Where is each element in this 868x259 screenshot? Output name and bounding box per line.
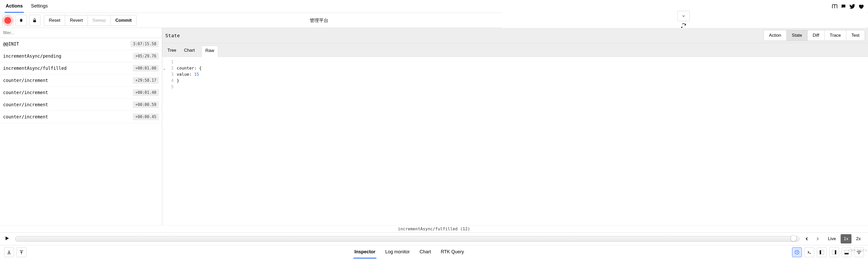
detail-subtabs: TreeChartRaw: [162, 43, 868, 57]
action-name: counter/increment: [3, 102, 48, 107]
detail-heading: State: [165, 33, 180, 40]
subtab-chart[interactable]: Chart: [183, 46, 196, 57]
upload-button[interactable]: [17, 248, 26, 257]
svg-rect-6: [844, 253, 848, 254]
svg-rect-4: [835, 250, 836, 254]
segment-state[interactable]: State: [786, 30, 807, 40]
tab-settings[interactable]: Settings: [30, 0, 49, 13]
docs-icon[interactable]: [830, 2, 839, 11]
detail-segments: ActionStateDiffTraceTest: [764, 30, 865, 41]
speed-2x[interactable]: 2x: [853, 234, 864, 243]
action-time: +00:01.00: [133, 65, 159, 71]
record-button[interactable]: [2, 15, 13, 26]
state-raw-view: 12▾345 counter: {value: 15}: [162, 57, 868, 225]
action-list-panel: @@INIT3:07:15.58incrementAsync/pending+0…: [0, 28, 162, 225]
footer-tab-chart[interactable]: Chart: [418, 246, 432, 258]
code-line: value: 15: [177, 71, 868, 78]
instance-title: 管理平台: [137, 17, 501, 24]
main-panel: @@INIT3:07:15.58incrementAsync/pending+0…: [0, 28, 868, 225]
svg-point-8: [859, 253, 860, 254]
clock-button[interactable]: [792, 248, 802, 257]
action-time: +29:58.17: [133, 77, 159, 84]
footer-tabs: InspectorLog monitorChartRTK Query: [26, 246, 792, 258]
layout-left-button[interactable]: [817, 248, 827, 257]
svg-rect-2: [820, 250, 821, 254]
next-button[interactable]: [814, 236, 821, 241]
action-time: +00:00.45: [133, 113, 159, 120]
segment-diff[interactable]: Diff: [807, 30, 824, 40]
code-source: counter: {value: 15}: [177, 59, 868, 223]
code-line: [177, 84, 868, 90]
action-row[interactable]: counter/increment+00:01.40: [0, 87, 162, 99]
action-time: +05:29.76: [133, 53, 159, 59]
time-slider[interactable]: [15, 236, 800, 242]
code-line: }: [177, 78, 868, 84]
reset-button[interactable]: Reset: [44, 15, 65, 26]
play-button[interactable]: [4, 235, 11, 242]
action-name: counter/increment: [3, 78, 48, 83]
footer-tab-inspector[interactable]: Inspector: [353, 246, 376, 258]
action-name: @@INIT: [3, 41, 19, 47]
action-name: incrementAsync/fulfilled: [3, 66, 67, 71]
toolbar: Reset Revert Sweep Commit 管理平台: [0, 13, 868, 28]
layout-bottom-button[interactable]: [842, 248, 851, 257]
svg-rect-7: [844, 250, 848, 253]
speed-1x[interactable]: 1x: [841, 234, 851, 243]
svg-rect-0: [33, 20, 36, 22]
filter-input[interactable]: [3, 30, 159, 35]
footer-tab-rtk-query[interactable]: RTK Query: [440, 246, 465, 258]
code-line: counter: {: [177, 65, 868, 71]
wifi-button[interactable]: [854, 248, 864, 257]
footer-tab-log-monitor[interactable]: Log monitor: [384, 246, 411, 258]
action-time: 3:07:15.58: [130, 40, 159, 47]
player-bar: Live 1x 2x: [0, 232, 868, 245]
prev-button[interactable]: [803, 236, 810, 241]
instance-dropdown[interactable]: [677, 11, 690, 21]
detail-panel: State ActionStateDiffTraceTest TreeChart…: [162, 28, 868, 225]
pin-button[interactable]: [16, 15, 27, 26]
code-gutter: 12▾345: [162, 59, 177, 223]
action-row[interactable]: counter/increment+00:00.59: [0, 99, 162, 111]
heart-icon[interactable]: [857, 2, 865, 11]
lock-button[interactable]: [29, 15, 40, 26]
detail-header: State ActionStateDiffTraceTest: [162, 28, 868, 43]
sweep-button: Sweep: [88, 15, 111, 26]
twitter-icon[interactable]: [848, 2, 857, 11]
action-time: +00:00.59: [133, 101, 159, 108]
action-name: counter/increment: [3, 114, 48, 119]
svg-rect-3: [822, 250, 824, 254]
filter-bar: [0, 28, 162, 38]
action-row[interactable]: counter/increment+29:58.17: [0, 75, 162, 87]
action-time: +00:01.40: [133, 89, 159, 96]
action-row[interactable]: @@INIT3:07:15.58: [0, 38, 162, 50]
revert-button[interactable]: Revert: [65, 15, 87, 26]
subtab-raw[interactable]: Raw: [202, 46, 218, 57]
current-action-caption: incrementAsync/fulfilled (12): [0, 225, 868, 232]
download-button[interactable]: [4, 248, 14, 257]
tab-actions[interactable]: Actions: [5, 0, 24, 13]
segment-trace[interactable]: Trace: [824, 30, 846, 40]
action-name: incrementAsync/pending: [3, 54, 61, 59]
svg-rect-5: [832, 250, 834, 254]
layout-right-button[interactable]: [829, 248, 839, 257]
segment-action[interactable]: Action: [764, 30, 786, 40]
action-row[interactable]: counter/increment+00:00.45: [0, 111, 162, 123]
segment-test[interactable]: Test: [846, 30, 865, 40]
footer-bar: InspectorLog monitorChartRTK Query: [0, 245, 868, 259]
action-row[interactable]: incrementAsync/fulfilled+00:01.00: [0, 62, 162, 75]
slider-thumb[interactable]: [790, 235, 797, 241]
subtab-tree[interactable]: Tree: [166, 46, 177, 57]
action-name: counter/increment: [3, 90, 48, 95]
commit-button[interactable]: Commit: [110, 15, 136, 26]
console-button[interactable]: [804, 248, 814, 257]
chat-icon[interactable]: [839, 2, 848, 11]
action-buttons-group: Reset Revert Sweep Commit: [44, 15, 137, 26]
code-line: [177, 59, 868, 65]
action-row[interactable]: incrementAsync/pending+05:29.76: [0, 50, 162, 62]
speed-live[interactable]: Live: [825, 234, 839, 243]
action-list: @@INIT3:07:15.58incrementAsync/pending+0…: [0, 38, 162, 225]
